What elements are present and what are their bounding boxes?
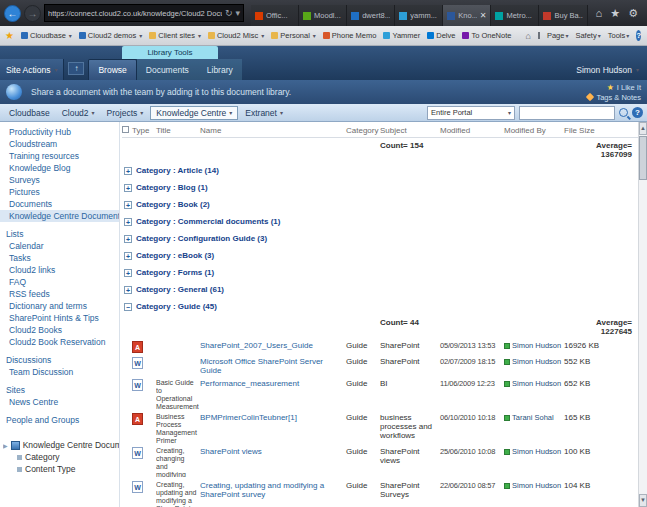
sidebar-item-news-centre[interactable]: News Centre (0, 396, 119, 408)
sidebar-header-sites[interactable]: Sites (0, 378, 119, 396)
sidebar-item-productivity-hub[interactable]: Productivity Hub (0, 126, 119, 138)
sidebar-item-knowledge-centre-documents[interactable]: Knowledge Centre Documents (0, 210, 119, 222)
home-small-icon[interactable]: ⌂ (525, 31, 530, 41)
favorite-link[interactable]: Phone Memo (323, 31, 377, 40)
address-dropdown-icon[interactable]: ▾ (235, 8, 240, 18)
file-type-icon[interactable] (132, 341, 143, 353)
safety-menu[interactable]: Safety (575, 31, 600, 40)
column-header-type[interactable]: Type (132, 126, 156, 135)
group-row[interactable]: Category : Configuration Guide (3) (122, 230, 638, 247)
search-input[interactable] (519, 106, 615, 120)
expand-icon[interactable] (124, 184, 132, 192)
help-icon[interactable]: ? (636, 30, 641, 41)
group-row[interactable]: Category : Commercial documents (1) (122, 213, 638, 230)
sidebar-item-documents[interactable]: Documents (0, 198, 119, 210)
sidebar-item-dictionary[interactable]: Dictionary and terms (0, 300, 119, 312)
doc-modified-by[interactable]: Tarani Sohal (504, 413, 564, 422)
nav-tab-cloud2[interactable]: Cloud2 (57, 107, 100, 119)
favorite-link[interactable]: Client sites (149, 31, 201, 40)
sidebar-item-surveys[interactable]: Surveys (0, 174, 119, 186)
sidebar-item-team-discussion[interactable]: Team Discussion (0, 366, 119, 378)
navigate-up-icon[interactable]: ↑ (68, 62, 84, 75)
favorite-link[interactable]: To OneNote (462, 31, 511, 40)
group-row-expanded[interactable]: Category : Guide (45) (122, 298, 638, 315)
doc-name-link[interactable]: Microsoft Office SharePoint Server Guide (200, 357, 346, 375)
favorite-link[interactable]: Personal (271, 31, 316, 40)
tree-root-knowledge-centre-documents[interactable]: ▶ Knowledge Centre Documents (3, 439, 119, 451)
site-actions-button[interactable]: Site Actions (0, 59, 64, 80)
browser-tab[interactable]: Offic... (251, 5, 299, 26)
column-header-category[interactable]: Category (346, 126, 380, 135)
doc-name-link[interactable]: BPMPrimerColinTeubner[1] (200, 413, 346, 422)
search-scope-dropdown[interactable]: Entire Portal (427, 106, 515, 120)
expand-icon[interactable] (124, 201, 132, 209)
user-menu[interactable]: Simon Hudson (576, 59, 647, 80)
browser-tab[interactable]: Moodl... (299, 5, 347, 26)
sidebar-item-cloud2-links[interactable]: Cloud2 links (0, 264, 119, 276)
favorite-link[interactable]: Cloud2 demos (79, 31, 142, 40)
browser-tab[interactable]: yamm... (395, 5, 443, 26)
column-header-modified-by[interactable]: Modified By (504, 126, 564, 135)
doc-name-link[interactable]: Performance_measurement (200, 379, 346, 388)
search-icon[interactable] (619, 108, 628, 117)
page-help-icon[interactable]: ? (632, 107, 643, 118)
sidebar-item-rss-feeds[interactable]: RSS feeds (0, 288, 119, 300)
doc-modified-by[interactable]: Simon Hudson (504, 447, 564, 456)
sidebar-item-cloud2-books[interactable]: Cloud2 Books (0, 324, 119, 336)
vertical-scrollbar[interactable]: ▲ ▼ (638, 122, 647, 507)
nav-tab-extranet[interactable]: Extranet (240, 107, 288, 119)
favorites-star-icon[interactable]: ★ (5, 30, 14, 41)
browser-tab-active[interactable]: Kno... ✕ (443, 5, 491, 26)
nav-tab-projects[interactable]: Projects (102, 107, 149, 119)
expand-icon[interactable] (124, 235, 132, 243)
nav-tab-knowledge-centre[interactable]: Knowledge Centre (150, 106, 238, 120)
favorite-link[interactable]: Delve (427, 31, 455, 40)
i-like-it-button[interactable]: ★ I Like It (607, 83, 641, 92)
sidebar-item-sharepoint-hints[interactable]: SharePoint Hints & Tips (0, 312, 119, 324)
file-type-icon[interactable] (132, 357, 143, 369)
group-row[interactable]: Category : Book (2) (122, 196, 638, 213)
browser-tab[interactable]: Buy Ba... (539, 5, 587, 26)
favorite-link[interactable]: Cloudbase (21, 31, 72, 40)
doc-modified-by[interactable]: Simon Hudson (504, 379, 564, 388)
column-header-name[interactable]: Name (200, 126, 346, 135)
sidebar-item-calendar[interactable]: Calendar (0, 240, 119, 252)
file-type-icon[interactable] (132, 379, 143, 391)
doc-name-link[interactable]: SharePoint views (200, 447, 346, 456)
column-header-title[interactable]: Title (156, 126, 200, 135)
tree-item-content-type[interactable]: Content Type (3, 463, 119, 475)
settings-gear-icon[interactable]: ⚙ (628, 7, 638, 20)
scroll-up-icon[interactable]: ▲ (639, 122, 647, 135)
sidebar-item-book-reservation[interactable]: Cloud2 Book Reservation (0, 336, 119, 348)
sidebar-item-tasks[interactable]: Tasks (0, 252, 119, 264)
expand-icon[interactable] (124, 269, 132, 277)
sidebar-item-knowledge-blog[interactable]: Knowledge Blog (0, 162, 119, 174)
collapse-icon[interactable] (124, 303, 132, 311)
doc-name-link[interactable]: Creating, updating and modifying a Share… (200, 481, 346, 499)
doc-modified-by[interactable]: Simon Hudson (504, 357, 564, 366)
sidebar-item-faq[interactable]: FAQ (0, 276, 119, 288)
favorite-link[interactable]: Cloud2 Misc (208, 31, 264, 40)
ribbon-tab-browse[interactable]: Browse (88, 59, 136, 80)
doc-modified-by[interactable]: Simon Hudson (504, 481, 564, 490)
file-type-icon[interactable] (132, 413, 143, 425)
group-row[interactable]: Category : Forms (1) (122, 264, 638, 281)
select-all-checkbox[interactable] (122, 126, 132, 135)
page-menu[interactable]: Page (547, 31, 569, 40)
nav-tab-cloudbase[interactable]: Cloudbase (4, 107, 55, 119)
back-button[interactable]: ← (4, 5, 21, 22)
expand-icon[interactable] (124, 286, 132, 294)
column-header-modified[interactable]: Modified (440, 126, 504, 135)
browser-tab[interactable]: Metro... (491, 5, 539, 26)
tree-expand-icon[interactable]: ▶ (3, 442, 8, 449)
tags-notes-button[interactable]: Tags & Notes (587, 93, 641, 102)
browser-tab[interactable]: dwert8... (347, 5, 395, 26)
file-type-icon[interactable] (132, 447, 143, 459)
sidebar-header-lists[interactable]: Lists (0, 222, 119, 240)
tree-item-category[interactable]: Category (3, 451, 119, 463)
group-row[interactable]: Category : Article (14) (122, 162, 638, 179)
scroll-down-icon[interactable]: ▼ (639, 494, 647, 507)
column-header-file-size[interactable]: File Size (564, 126, 638, 135)
doc-modified-by[interactable]: Simon Hudson (504, 341, 564, 350)
refresh-icon[interactable]: ↻ (225, 8, 233, 18)
